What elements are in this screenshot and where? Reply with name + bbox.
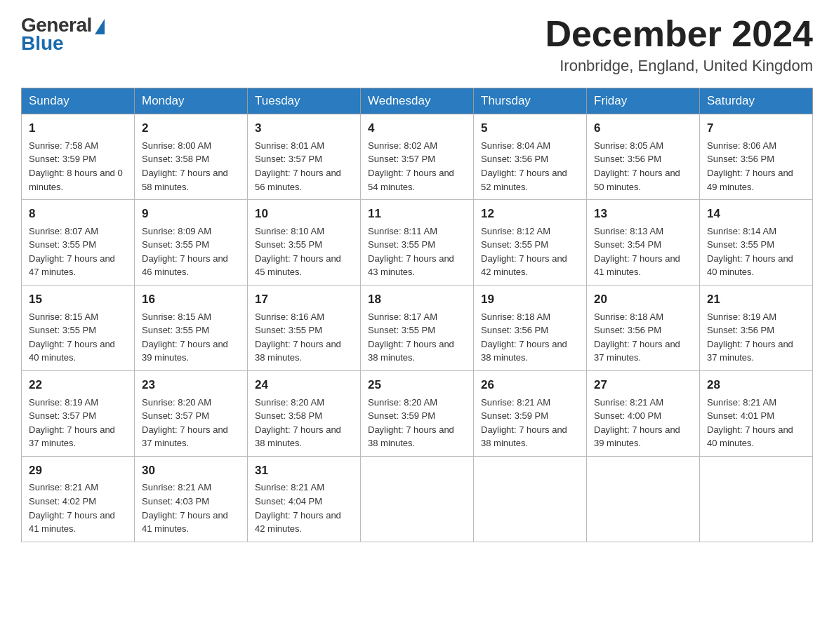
calendar-cell: 11 Sunrise: 8:11 AMSunset: 3:55 PMDaylig… xyxy=(361,200,474,286)
day-number: 27 xyxy=(594,377,692,394)
day-info: Sunrise: 8:18 AMSunset: 3:56 PMDaylight:… xyxy=(594,311,680,363)
calendar-cell xyxy=(587,456,700,542)
calendar-cell: 15 Sunrise: 8:15 AMSunset: 3:55 PMDaylig… xyxy=(22,285,135,370)
day-number: 2 xyxy=(142,120,240,137)
calendar-cell: 26 Sunrise: 8:21 AMSunset: 3:59 PMDaylig… xyxy=(474,370,587,456)
day-info: Sunrise: 8:20 AMSunset: 3:59 PMDaylight:… xyxy=(368,397,454,449)
day-info: Sunrise: 8:04 AMSunset: 3:56 PMDaylight:… xyxy=(481,140,567,192)
week-row-4: 22 Sunrise: 8:19 AMSunset: 3:57 PMDaylig… xyxy=(22,370,813,456)
week-row-2: 8 Sunrise: 8:07 AMSunset: 3:55 PMDayligh… xyxy=(22,200,813,286)
col-friday: Friday xyxy=(587,88,700,114)
calendar-cell: 2 Sunrise: 8:00 AMSunset: 3:58 PMDayligh… xyxy=(135,114,248,200)
calendar-cell: 3 Sunrise: 8:01 AMSunset: 3:57 PMDayligh… xyxy=(248,114,361,200)
day-info: Sunrise: 8:10 AMSunset: 3:55 PMDaylight:… xyxy=(255,226,341,278)
day-info: Sunrise: 8:16 AMSunset: 3:55 PMDaylight:… xyxy=(255,311,341,363)
day-number: 6 xyxy=(594,120,692,137)
day-info: Sunrise: 8:13 AMSunset: 3:54 PMDaylight:… xyxy=(594,226,680,278)
day-info: Sunrise: 8:21 AMSunset: 3:59 PMDaylight:… xyxy=(481,397,567,449)
calendar-cell: 20 Sunrise: 8:18 AMSunset: 3:56 PMDaylig… xyxy=(587,285,700,370)
day-info: Sunrise: 8:00 AMSunset: 3:58 PMDaylight:… xyxy=(142,140,228,192)
calendar-cell: 1 Sunrise: 7:58 AMSunset: 3:59 PMDayligh… xyxy=(22,114,135,200)
day-number: 29 xyxy=(29,462,127,480)
day-number: 8 xyxy=(29,206,127,223)
col-monday: Monday xyxy=(135,88,248,114)
col-saturday: Saturday xyxy=(700,88,813,114)
calendar-cell: 4 Sunrise: 8:02 AMSunset: 3:57 PMDayligh… xyxy=(361,114,474,200)
day-number: 22 xyxy=(29,377,127,394)
day-info: Sunrise: 8:18 AMSunset: 3:56 PMDaylight:… xyxy=(481,311,567,363)
day-number: 21 xyxy=(707,291,805,309)
day-info: Sunrise: 8:21 AMSunset: 4:01 PMDaylight:… xyxy=(707,397,793,449)
calendar-cell: 9 Sunrise: 8:09 AMSunset: 3:55 PMDayligh… xyxy=(135,200,248,286)
day-info: Sunrise: 8:19 AMSunset: 3:56 PMDaylight:… xyxy=(707,311,793,363)
calendar-cell: 6 Sunrise: 8:05 AMSunset: 3:56 PMDayligh… xyxy=(587,114,700,200)
day-number: 17 xyxy=(255,291,353,309)
logo: General Blue xyxy=(21,14,105,55)
calendar-cell: 25 Sunrise: 8:20 AMSunset: 3:59 PMDaylig… xyxy=(361,370,474,456)
calendar-cell: 14 Sunrise: 8:14 AMSunset: 3:55 PMDaylig… xyxy=(700,200,813,286)
calendar-cell: 17 Sunrise: 8:16 AMSunset: 3:55 PMDaylig… xyxy=(248,285,361,370)
logo-arrow-icon xyxy=(95,19,105,34)
day-info: Sunrise: 8:20 AMSunset: 3:57 PMDaylight:… xyxy=(142,397,228,449)
day-info: Sunrise: 8:21 AMSunset: 4:03 PMDaylight:… xyxy=(142,482,228,534)
day-info: Sunrise: 7:58 AMSunset: 3:59 PMDaylight:… xyxy=(29,140,123,192)
day-info: Sunrise: 8:11 AMSunset: 3:55 PMDaylight:… xyxy=(368,226,454,278)
day-number: 12 xyxy=(481,206,579,223)
page-header: General Blue December 2024 Ironbridge, E… xyxy=(21,14,813,75)
day-number: 13 xyxy=(594,206,692,223)
day-number: 24 xyxy=(255,377,353,394)
calendar-cell: 7 Sunrise: 8:06 AMSunset: 3:56 PMDayligh… xyxy=(700,114,813,200)
col-sunday: Sunday xyxy=(22,88,135,114)
week-row-1: 1 Sunrise: 7:58 AMSunset: 3:59 PMDayligh… xyxy=(22,114,813,200)
calendar-cell: 8 Sunrise: 8:07 AMSunset: 3:55 PMDayligh… xyxy=(22,200,135,286)
day-info: Sunrise: 8:07 AMSunset: 3:55 PMDaylight:… xyxy=(29,226,115,278)
calendar-cell: 19 Sunrise: 8:18 AMSunset: 3:56 PMDaylig… xyxy=(474,285,587,370)
day-number: 20 xyxy=(594,291,692,309)
calendar-cell: 24 Sunrise: 8:20 AMSunset: 3:58 PMDaylig… xyxy=(248,370,361,456)
calendar-cell: 22 Sunrise: 8:19 AMSunset: 3:57 PMDaylig… xyxy=(22,370,135,456)
day-number: 7 xyxy=(707,120,805,137)
month-title: December 2024 xyxy=(545,14,813,54)
logo-blue-text: Blue xyxy=(21,32,64,55)
calendar-cell xyxy=(361,456,474,542)
day-info: Sunrise: 8:09 AMSunset: 3:55 PMDaylight:… xyxy=(142,226,228,278)
day-info: Sunrise: 8:02 AMSunset: 3:57 PMDaylight:… xyxy=(368,140,454,192)
day-info: Sunrise: 8:06 AMSunset: 3:56 PMDaylight:… xyxy=(707,140,793,192)
day-info: Sunrise: 8:05 AMSunset: 3:56 PMDaylight:… xyxy=(594,140,680,192)
calendar-cell: 10 Sunrise: 8:10 AMSunset: 3:55 PMDaylig… xyxy=(248,200,361,286)
day-number: 15 xyxy=(29,291,127,309)
day-number: 26 xyxy=(481,377,579,394)
day-number: 18 xyxy=(368,291,466,309)
calendar-cell: 23 Sunrise: 8:20 AMSunset: 3:57 PMDaylig… xyxy=(135,370,248,456)
header-row: Sunday Monday Tuesday Wednesday Thursday… xyxy=(22,88,813,114)
calendar-cell: 30 Sunrise: 8:21 AMSunset: 4:03 PMDaylig… xyxy=(135,456,248,542)
day-info: Sunrise: 8:17 AMSunset: 3:55 PMDaylight:… xyxy=(368,311,454,363)
col-tuesday: Tuesday xyxy=(248,88,361,114)
calendar-cell: 21 Sunrise: 8:19 AMSunset: 3:56 PMDaylig… xyxy=(700,285,813,370)
location-text: Ironbridge, England, United Kingdom xyxy=(545,57,813,75)
day-number: 28 xyxy=(707,377,805,394)
day-info: Sunrise: 8:15 AMSunset: 3:55 PMDaylight:… xyxy=(142,311,228,363)
day-number: 5 xyxy=(481,120,579,137)
calendar-cell: 12 Sunrise: 8:12 AMSunset: 3:55 PMDaylig… xyxy=(474,200,587,286)
calendar-cell: 29 Sunrise: 8:21 AMSunset: 4:02 PMDaylig… xyxy=(22,456,135,542)
day-number: 14 xyxy=(707,206,805,223)
day-number: 10 xyxy=(255,206,353,223)
col-wednesday: Wednesday xyxy=(361,88,474,114)
calendar-cell xyxy=(700,456,813,542)
day-number: 16 xyxy=(142,291,240,309)
week-row-5: 29 Sunrise: 8:21 AMSunset: 4:02 PMDaylig… xyxy=(22,456,813,542)
calendar-table: Sunday Monday Tuesday Wednesday Thursday… xyxy=(21,88,813,542)
day-number: 11 xyxy=(368,206,466,223)
day-info: Sunrise: 8:21 AMSunset: 4:02 PMDaylight:… xyxy=(29,482,115,534)
day-info: Sunrise: 8:12 AMSunset: 3:55 PMDaylight:… xyxy=(481,226,567,278)
day-number: 19 xyxy=(481,291,579,309)
calendar-cell: 28 Sunrise: 8:21 AMSunset: 4:01 PMDaylig… xyxy=(700,370,813,456)
calendar-cell xyxy=(474,456,587,542)
day-info: Sunrise: 8:19 AMSunset: 3:57 PMDaylight:… xyxy=(29,397,115,449)
calendar-cell: 16 Sunrise: 8:15 AMSunset: 3:55 PMDaylig… xyxy=(135,285,248,370)
col-thursday: Thursday xyxy=(474,88,587,114)
day-number: 31 xyxy=(255,462,353,480)
calendar-cell: 27 Sunrise: 8:21 AMSunset: 4:00 PMDaylig… xyxy=(587,370,700,456)
day-info: Sunrise: 8:20 AMSunset: 3:58 PMDaylight:… xyxy=(255,397,341,449)
